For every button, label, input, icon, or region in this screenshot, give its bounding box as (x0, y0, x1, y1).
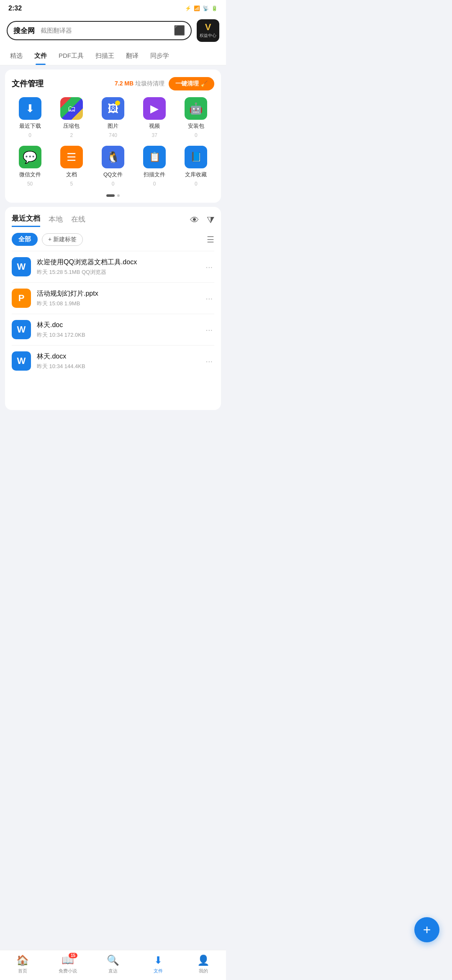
category-zip-count: 2 (70, 132, 73, 138)
category-zip[interactable]: 🗂 压缩包 2 (53, 97, 90, 138)
tab-local[interactable]: 本地 (49, 214, 63, 227)
camera-icon[interactable]: ⬛ (174, 25, 185, 36)
file-info-2: 林天.doc 昨天 10:34 172.0KB (37, 321, 198, 339)
more-icon-0[interactable]: ··· (204, 260, 214, 273)
file-info-1: 活动规划幻灯片.pptx 昨天 15:08 1.9MB (37, 289, 198, 307)
battery-icon: 🔋 (211, 5, 218, 11)
clean-button[interactable]: 一键清理 🧹 (169, 77, 214, 90)
signal-icon: 📡 (203, 5, 209, 11)
file-list-item-3[interactable]: W 林天.docx 昨天 10:34 144.4KB ··· (12, 345, 214, 377)
category-video-count: 37 (152, 132, 157, 138)
category-doc-name: 文档 (66, 171, 77, 178)
category-apk-count: 0 (195, 132, 198, 138)
trash-info: 7.2 MB 垃圾待清理 (115, 80, 164, 88)
category-scan-count: 0 (153, 181, 156, 187)
video-icon: ▶ (143, 97, 166, 120)
file-meta-2: 昨天 10:34 172.0KB (37, 331, 198, 339)
broom-icon: 🧹 (200, 80, 208, 87)
tab-pdf[interactable]: PDF工具 (53, 47, 90, 65)
filter-bar: 全部 + 新建标签 ☰ (12, 233, 214, 246)
category-image[interactable]: 🖼 图片 740 (95, 97, 131, 138)
recent-docs-section: 最近文档 本地 在线 👁 ⧩ 全部 + 新建标签 ☰ W 欢迎使用QQ浏览器文档… (5, 207, 221, 410)
category-apk[interactable]: 🤖 安装包 0 (178, 97, 214, 138)
category-video[interactable]: ▶ 视频 37 (136, 97, 173, 138)
card-title: 文件管理 (12, 78, 44, 89)
category-video-name: 视频 (149, 122, 160, 130)
more-icon-2[interactable]: ··· (204, 323, 214, 336)
category-qq[interactable]: 🐧 QQ文件 0 (95, 146, 131, 187)
rights-letter: V (205, 23, 211, 32)
file-info-0: 欢迎使用QQ浏览器文档工具.docx 昨天 15:28 5.1MB QQ浏览器 (37, 258, 198, 276)
filter-all-tag[interactable]: 全部 (12, 233, 38, 246)
file-list-item-2[interactable]: W 林天.doc 昨天 10:34 172.0KB ··· (12, 314, 214, 345)
card-header: 文件管理 7.2 MB 垃圾待清理 一键清理 🧹 (12, 77, 214, 90)
eye-icon[interactable]: 👁 (190, 215, 199, 226)
category-doc[interactable]: ☰ 文档 5 (53, 146, 90, 187)
file-meta-1: 昨天 15:08 1.9MB (37, 300, 198, 307)
category-scan-name: 扫描文件 (144, 171, 165, 178)
status-time: 2:32 (8, 5, 22, 12)
tab-scan[interactable]: 扫描王 (90, 47, 120, 65)
category-library[interactable]: 📘 文库收藏 0 (178, 146, 214, 187)
bluetooth-icon: ⚡ (185, 5, 191, 11)
filter-icon[interactable]: ⧩ (207, 215, 214, 226)
category-zip-name: 压缩包 (63, 122, 80, 130)
zip-icon: 🗂 (60, 97, 83, 120)
file-list-item-0[interactable]: W 欢迎使用QQ浏览器文档工具.docx 昨天 15:28 5.1MB QQ浏览… (12, 251, 214, 282)
category-download-count: 0 (28, 132, 31, 138)
category-wechat[interactable]: 💬 微信文件 50 (12, 146, 48, 187)
image-icon: 🖼 (102, 97, 124, 120)
category-image-count: 740 (109, 132, 117, 138)
file-meta-0: 昨天 15:28 5.1MB QQ浏览器 (37, 268, 198, 276)
category-library-count: 0 (195, 181, 198, 187)
menu-icon[interactable]: ☰ (207, 235, 214, 245)
file-name-1: 活动规划幻灯片.pptx (37, 289, 198, 298)
category-download[interactable]: ⬇ 最近下载 0 (12, 97, 48, 138)
tab-jingxuan[interactable]: 精选 (4, 47, 28, 65)
category-download-name: 最近下载 (19, 122, 41, 130)
status-icons: ⚡ 📶 📡 🔋 (185, 5, 218, 11)
trash-label: 垃圾待清理 (135, 80, 164, 87)
category-library-name: 文库收藏 (185, 171, 207, 178)
trash-size: 7.2 MB (115, 80, 134, 87)
file-name-0: 欢迎使用QQ浏览器文档工具.docx (37, 258, 198, 267)
status-bar: 2:32 ⚡ 📶 📡 🔋 (0, 0, 226, 15)
wechat-icon: 💬 (19, 146, 41, 168)
search-box[interactable]: 搜全网 截图翻译器 ⬛ (7, 21, 192, 40)
rights-center-button[interactable]: V 权益中心 (197, 19, 219, 42)
category-qq-name: QQ文件 (103, 171, 123, 178)
category-qq-count: 0 (112, 181, 115, 187)
more-icon-1[interactable]: ··· (204, 292, 214, 305)
file-list-item-1[interactable]: P 活动规划幻灯片.pptx 昨天 15:08 1.9MB ··· (12, 282, 214, 314)
category-image-name: 图片 (108, 122, 118, 130)
file-meta-3: 昨天 10:34 144.4KB (37, 363, 198, 370)
new-tag-button[interactable]: + 新建标签 (42, 233, 83, 246)
file-grid-row2: 💬 微信文件 50 ☰ 文档 5 🐧 QQ文件 0 📋 扫描文件 0 📘 文库收… (12, 146, 214, 187)
tab-translate[interactable]: 翻译 (120, 47, 144, 65)
file-management-card: 文件管理 7.2 MB 垃圾待清理 一键清理 🧹 ⬇ 最近下载 0 🗂 压缩包 … (5, 70, 221, 203)
tab-file[interactable]: 文件 (28, 47, 53, 65)
tab-sync[interactable]: 同步学 (144, 47, 175, 65)
category-scan[interactable]: 📋 扫描文件 0 (136, 146, 173, 187)
tab-recent-docs[interactable]: 最近文档 (12, 214, 40, 227)
scan-icon: 📋 (143, 146, 166, 168)
more-icon-3[interactable]: ··· (204, 355, 214, 368)
ppt-icon-1: P (12, 289, 31, 308)
file-name-3: 林天.docx (37, 352, 198, 361)
qq-icon: 🐧 (102, 146, 124, 168)
tab-online[interactable]: 在线 (71, 214, 85, 227)
doc-icon: ☰ (60, 146, 83, 168)
dot-inactive (117, 194, 120, 197)
nav-tabs: 精选 文件 PDF工具 扫描王 翻译 同步学 (0, 47, 226, 65)
word-icon-0: W (12, 257, 31, 276)
category-wechat-name: 微信文件 (19, 171, 41, 178)
apk-icon: 🤖 (185, 97, 207, 120)
file-grid-row1: ⬇ 最近下载 0 🗂 压缩包 2 🖼 图片 740 ▶ 视频 37 🤖 安装包 … (12, 97, 214, 138)
search-main-text: 搜全网 (13, 26, 35, 36)
file-info-3: 林天.docx 昨天 10:34 144.4KB (37, 352, 198, 370)
dot-active (106, 194, 115, 197)
category-apk-name: 安装包 (188, 122, 204, 130)
category-wechat-count: 50 (27, 181, 33, 187)
page-dots (12, 194, 214, 197)
search-sub-text: 截图翻译器 (41, 27, 72, 35)
